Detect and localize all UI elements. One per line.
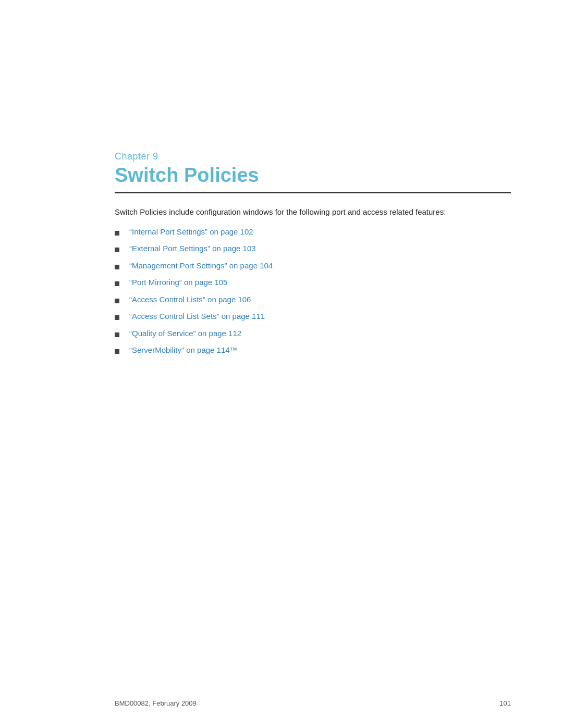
bullet-icon — [115, 346, 124, 357]
toc-link-2[interactable]: “Management Port Settings” on page 104 — [129, 260, 273, 272]
bullet-icon — [115, 295, 124, 307]
bullet-icon — [115, 244, 124, 256]
footer-left: BMD00082, February 2009 — [115, 699, 197, 707]
bullet-square — [115, 299, 119, 303]
page: Chapter 9 Switch Policies Switch Policie… — [0, 0, 563, 728]
list-item: “Quality of Service” on page 112 — [115, 328, 511, 341]
list-item: “External Port Settings” on page 103 — [115, 243, 511, 256]
toc-link-0[interactable]: “Internal Port Settings” on page 102 — [129, 226, 253, 238]
bullet-icon — [115, 261, 124, 273]
list-item: “Management Port Settings” on page 104 — [115, 260, 511, 273]
bullet-icon — [115, 278, 124, 290]
bullet-square — [115, 231, 119, 236]
content-area: Chapter 9 Switch Policies Switch Policie… — [0, 0, 563, 357]
footer: BMD00082, February 2009 101 — [0, 699, 563, 707]
bullet-square — [115, 281, 119, 286]
footer-right: 101 — [499, 699, 511, 707]
list-item: “Access Control List Sets” on page 111 — [115, 311, 511, 324]
toc-link-7[interactable]: “ServerMobility” on page 114™ — [129, 344, 238, 356]
intro-text: Switch Policies include configuration wi… — [115, 206, 511, 218]
toc-list: “Internal Port Settings” on page 102“Ext… — [115, 226, 511, 357]
chapter-title: Switch Policies — [115, 164, 511, 187]
bullet-icon — [115, 227, 124, 239]
bullet-square — [115, 248, 119, 252]
list-item: “ServerMobility” on page 114™ — [115, 344, 511, 357]
bullet-square — [115, 332, 119, 337]
toc-link-4[interactable]: “Access Control Lists” on page 106 — [129, 294, 251, 306]
list-item: “Internal Port Settings” on page 102 — [115, 226, 511, 239]
bullet-square — [115, 349, 119, 354]
bullet-square — [115, 265, 119, 269]
toc-link-5[interactable]: “Access Control List Sets” on page 111 — [129, 311, 265, 323]
toc-link-3[interactable]: “Port Mirroring” on page 105 — [129, 277, 227, 289]
bullet-square — [115, 315, 119, 320]
toc-link-1[interactable]: “External Port Settings” on page 103 — [129, 243, 256, 255]
toc-link-6[interactable]: “Quality of Service” on page 112 — [129, 328, 241, 340]
bullet-icon — [115, 329, 124, 341]
chapter-label: Chapter 9 — [115, 151, 511, 162]
list-item: “Port Mirroring” on page 105 — [115, 277, 511, 290]
chapter-divider — [115, 192, 511, 193]
bullet-icon — [115, 312, 124, 324]
list-item: “Access Control Lists” on page 106 — [115, 294, 511, 307]
